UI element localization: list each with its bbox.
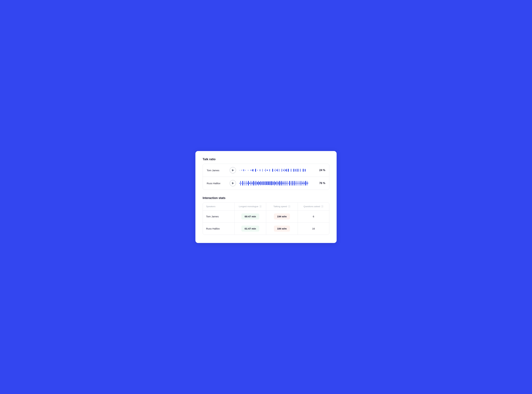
percentage-russ: 76 %	[317, 182, 325, 185]
td-monologue-russ: 01:47 min	[235, 223, 266, 235]
badge-monologue-russ: 01:47 min	[241, 226, 259, 232]
talk-ratio-row-tom: Tom James 24 %	[203, 164, 329, 177]
svg-marker-1	[232, 182, 234, 184]
table-header: Speakers Longest monologue i Talking spe…	[203, 202, 329, 210]
badge-speed-tom: 194 w/m	[274, 213, 290, 219]
waveform-russ	[239, 181, 313, 186]
td-questions-tom: 6	[298, 210, 329, 223]
interaction-stats-title: Interaction stats	[203, 196, 329, 200]
td-name-russ: Russ Halilov	[203, 223, 235, 235]
talk-ratio-title: Talk ratio	[203, 158, 329, 161]
th-questions-asked: Questions asked i	[298, 202, 329, 210]
play-button-russ[interactable]	[230, 180, 236, 186]
talk-ratio-box: Tom James 24 % Russ Halilov 76 %	[203, 164, 329, 190]
badge-speed-russ: 184 w/m	[274, 226, 290, 232]
td-questions-russ: 16	[298, 223, 329, 235]
info-icon-speed: i	[288, 205, 291, 208]
speaker-name-russ: Russ Halilov	[207, 182, 226, 185]
percentage-tom: 24 %	[317, 169, 325, 172]
table-row-russ: Russ Halilov 01:47 min 184 w/m 16	[203, 223, 329, 235]
speaker-name-tom: Tom James	[207, 169, 226, 172]
td-monologue-tom: 00:47 min	[235, 210, 266, 223]
talk-ratio-row-russ: Russ Halilov 76 %	[203, 177, 329, 190]
main-card: Talk ratio Tom James 24 % Russ Halilov 7…	[195, 151, 337, 243]
th-speakers: Speakers	[203, 202, 235, 210]
table-row-tom: Tom James 00:47 min 194 w/m 6	[203, 210, 329, 223]
info-icon-monologue: i	[259, 205, 262, 208]
th-talking-speed: Talking speed i	[266, 202, 298, 210]
svg-marker-0	[232, 169, 234, 171]
interaction-table: Speakers Longest monologue i Talking spe…	[203, 202, 329, 235]
badge-monologue-tom: 00:47 min	[241, 213, 259, 219]
info-icon-questions: i	[321, 205, 323, 208]
waveform-tom	[239, 168, 313, 173]
td-speed-tom: 194 w/m	[266, 210, 298, 223]
td-name-tom: Tom James	[203, 210, 235, 223]
td-speed-russ: 184 w/m	[266, 223, 298, 235]
play-button-tom[interactable]	[230, 167, 236, 173]
th-longest-monologue: Longest monologue i	[235, 202, 266, 210]
